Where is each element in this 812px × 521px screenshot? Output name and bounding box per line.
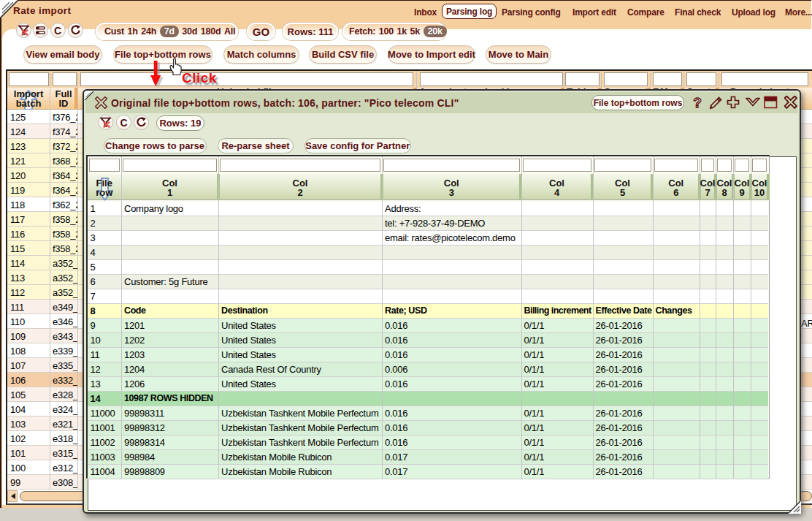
- svg-text:?: ?: [693, 96, 702, 110]
